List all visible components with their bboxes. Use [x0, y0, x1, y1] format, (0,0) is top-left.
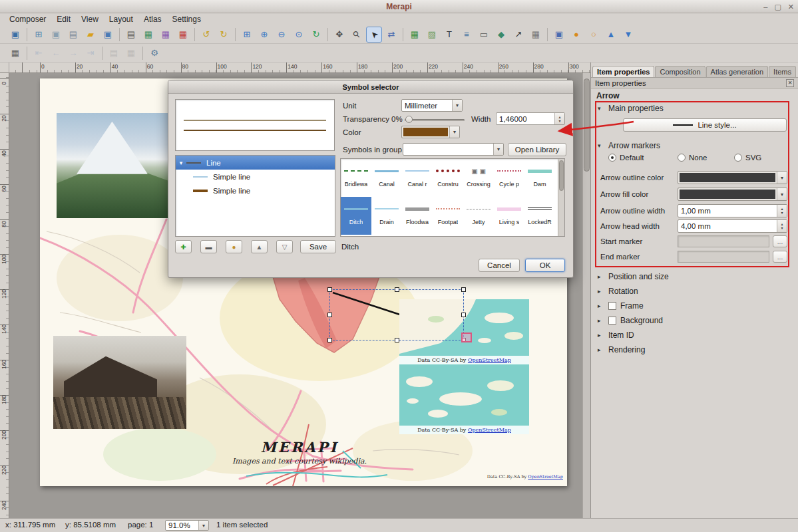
panel-close-button[interactable]: ✕ [786, 79, 794, 87]
export-pdf-button[interactable]: ▦ [175, 27, 191, 43]
add-map-button[interactable]: ▦ [407, 27, 423, 43]
collapse-icon[interactable]: ▾ [598, 142, 604, 149]
spin-down-icon[interactable]: ▾ [781, 211, 783, 215]
undo-button[interactable]: ↺ [198, 27, 214, 43]
canvas-scrollbar[interactable] [582, 73, 590, 518]
print-atlas-button[interactable]: ▤ [106, 45, 122, 61]
symbol-grid-scrollbar[interactable] [558, 159, 564, 236]
chevron-down-icon[interactable]: ▾ [452, 100, 462, 111]
scrollbar-thumb[interactable] [559, 160, 564, 191]
symbol-ditch[interactable]: Ditch [341, 197, 371, 235]
spinner-icons[interactable]: ▴▾ [777, 220, 787, 232]
chevron-down-icon[interactable]: ▾ [777, 172, 787, 184]
redo-button[interactable]: ↻ [216, 27, 232, 43]
dialog-titlebar[interactable]: Symbol selector [168, 80, 573, 94]
collapse-icon[interactable]: ▾ [598, 105, 604, 112]
expand-icon[interactable]: ▸ [598, 288, 604, 295]
shape-down-button[interactable]: ▽ [276, 240, 293, 253]
zoom-in-button[interactable]: ⊕ [256, 27, 272, 43]
add-image-button[interactable]: ▨ [424, 27, 440, 43]
lock-items-button[interactable]: ● [568, 27, 584, 43]
minimize-icon[interactable]: – [763, 3, 767, 11]
raise-items-button[interactable]: ▲ [603, 27, 619, 43]
unit-combo[interactable]: Millimeter ▾ [401, 99, 463, 112]
photo-mount-merapi[interactable] [57, 113, 168, 218]
symbol-floodwa[interactable]: Floodwa [402, 197, 433, 235]
arrow-fill-color-button[interactable]: ▾ [678, 188, 787, 201]
close-icon[interactable]: ✕ [788, 3, 794, 11]
add-symbol-button[interactable]: ✚ [175, 240, 192, 253]
symbol-living-s[interactable]: Living s [494, 197, 524, 235]
osm-link[interactable]: OpenStreetMap [528, 474, 563, 479]
page-title[interactable]: MERAPI [166, 439, 433, 456]
menu-edit[interactable]: Edit [51, 14, 76, 25]
section-rotation[interactable]: ▸Rotation [598, 285, 794, 298]
menu-atlas[interactable]: Atlas [138, 14, 167, 25]
lower-items-button[interactable]: ▼ [620, 27, 636, 43]
section-rendering[interactable]: ▸Rendering [598, 343, 794, 356]
load-template-button[interactable]: ▰ [83, 27, 99, 43]
lock-symbol-button[interactable]: ● [226, 240, 242, 253]
symbol-canal[interactable]: Canal [371, 159, 402, 197]
selection-rectangle[interactable] [329, 289, 464, 340]
composer-manager-button[interactable]: ▤ [65, 27, 81, 43]
add-scalebar-button[interactable]: ▭ [476, 27, 492, 43]
ok-button[interactable]: OK [525, 259, 565, 272]
inset-map-indonesia[interactable]: Data CC-By-SA by OpenStreetMap [399, 364, 529, 434]
section-frame[interactable]: ▸Frame [598, 299, 794, 313]
symbol-bridlewa[interactable]: Bridlewa [341, 159, 371, 197]
add-shape-button[interactable]: ◆ [493, 27, 509, 43]
photo-destroyed-house[interactable] [53, 336, 186, 429]
select-move-item-button[interactable]: ➤ [366, 27, 382, 43]
expand-icon[interactable]: ▸ [598, 317, 604, 324]
zoom-level-combo[interactable]: 91.0% ▾ [165, 520, 209, 531]
tab-composition[interactable]: Composition [655, 66, 705, 77]
chevron-down-icon[interactable]: ▾ [198, 521, 208, 530]
arrow-markers-header[interactable]: ▾ Arrow markers [598, 141, 660, 150]
menu-layout[interactable]: Layout [104, 14, 138, 25]
new-composition-button[interactable]: ⊞ [31, 27, 47, 43]
symbol-canal-r[interactable]: Canal r [402, 159, 433, 197]
atlas-first-feature-button[interactable]: ⇤ [31, 45, 47, 61]
osm-link[interactable]: OpenStreetMap [468, 357, 511, 363]
atlas-preview-button[interactable]: ▦ [7, 45, 23, 61]
menu-settings[interactable]: Settings [167, 14, 206, 25]
move-item-content-button[interactable]: ⇄ [383, 27, 399, 43]
expander-icon[interactable]: ▾ [176, 160, 186, 166]
save-symbol-button[interactable]: Save [300, 240, 336, 253]
unlock-items-button[interactable]: ○ [586, 27, 602, 43]
spinner-icons[interactable]: ▴▾ [777, 205, 787, 217]
expand-icon[interactable]: ▸ [598, 273, 604, 280]
zoom-actual-button[interactable]: ⊙ [291, 27, 307, 43]
symbol-color-button[interactable]: ▾ [401, 126, 460, 138]
symbol-group-combo[interactable]: ▾ [403, 143, 504, 156]
window-titlebar[interactable]: Merapi – ▢ ✕ [0, 0, 798, 13]
spin-down-icon[interactable]: ▾ [558, 119, 560, 123]
tab-atlas-generation[interactable]: Atlas generation [706, 66, 769, 77]
symbol-constru[interactable]: Constru [433, 159, 463, 197]
group-items-button[interactable]: ▣ [551, 27, 567, 43]
main-properties-header[interactable]: ▾ Main properties [598, 104, 664, 113]
selection-handle[interactable] [461, 287, 466, 292]
spin-down-icon[interactable]: ▾ [781, 226, 783, 230]
section-background[interactable]: ▸Background [598, 314, 794, 327]
add-legend-button[interactable]: ≡ [459, 27, 475, 43]
arrow-outline-color-button[interactable]: ▾ [678, 171, 787, 184]
save-project-button[interactable]: ▣ [7, 27, 23, 43]
menu-view[interactable]: View [76, 14, 104, 25]
osm-link[interactable]: OpenStreetMap [468, 427, 511, 433]
none-radio[interactable] [678, 154, 686, 162]
end-marker-browse-button[interactable]: ... [773, 251, 787, 263]
menu-composer[interactable]: Composer [4, 14, 51, 25]
width-spinbox[interactable]: 1,46000 ▴▾ [496, 112, 565, 125]
expand-icon[interactable]: ▸ [598, 332, 604, 338]
tab-item-properties[interactable]: Item properties [592, 66, 654, 77]
page-subtitle[interactable]: Images and text courtesy wikipedia. [140, 457, 459, 466]
transparency-slider[interactable] [405, 115, 465, 124]
frame-checkbox[interactable] [608, 302, 616, 310]
zoom-full-button[interactable]: ⊞ [239, 27, 255, 43]
print-button[interactable]: ▤ [123, 27, 139, 43]
refresh-view-button[interactable]: ↻ [308, 27, 324, 43]
symbol-dam[interactable]: Dam [524, 159, 555, 197]
selection-handle[interactable] [327, 287, 332, 292]
